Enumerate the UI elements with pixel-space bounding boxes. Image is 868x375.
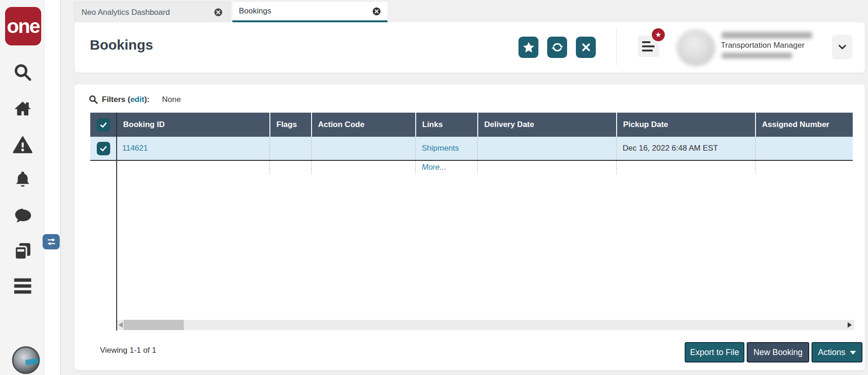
chat-icon — [13, 206, 32, 225]
shipments-link[interactable]: Shipments — [422, 144, 459, 153]
tab-close-button[interactable] — [214, 8, 223, 17]
tab-close-button[interactable] — [372, 7, 381, 16]
viewing-summary: Viewing 1-1 of 1 — [100, 346, 156, 355]
cell-links: Shipments — [415, 137, 477, 160]
bell-icon — [13, 170, 32, 189]
horizontal-scrollbar[interactable] — [117, 320, 854, 330]
sidebar-item-chat[interactable] — [0, 206, 45, 225]
check-icon — [99, 144, 108, 153]
filters-edit-link[interactable]: edit — [130, 95, 144, 104]
column-header-delivery-date[interactable]: Delivery Date — [477, 113, 616, 137]
booking-id-link[interactable]: 114621 — [122, 144, 148, 153]
sidebar-item-alerts[interactable] — [0, 135, 45, 155]
scroll-left-arrow[interactable] — [119, 322, 123, 328]
close-icon — [372, 7, 381, 16]
sidebar-item-notifications[interactable] — [0, 170, 45, 189]
pages-icon — [12, 241, 33, 261]
refresh-button[interactable] — [547, 37, 567, 58]
export-to-file-button[interactable]: Export to File — [685, 342, 744, 362]
tab-bookings[interactable]: Bookings — [232, 2, 387, 22]
filters-bar: Filters (edit): None — [88, 95, 181, 104]
chevron-down-icon — [850, 350, 856, 355]
tab-neo-analytics-dashboard[interactable]: Neo Analytics Dashboard — [75, 2, 230, 22]
tab-label: Neo Analytics Dashboard — [81, 8, 170, 17]
sidebar-item-pages[interactable] — [0, 241, 45, 261]
page-title: Bookings — [90, 37, 153, 53]
x-icon — [581, 42, 591, 52]
magnifier-icon — [88, 95, 98, 104]
notification-star-badge: ★ — [651, 27, 666, 42]
column-header-links[interactable]: Links — [415, 113, 477, 137]
filters-value: None — [162, 95, 181, 104]
cell-action-code — [311, 137, 415, 160]
header-divider — [616, 29, 617, 66]
sidebar-item-menu[interactable] — [0, 277, 45, 295]
actions-label: Actions — [818, 348, 845, 357]
star-icon — [523, 41, 535, 53]
row-checkbox[interactable] — [97, 142, 110, 155]
filters-label-suffix: ): — [144, 95, 150, 104]
column-header-flags[interactable]: Flags — [269, 113, 311, 137]
more-link[interactable]: More... — [422, 163, 446, 172]
cell-delivery-date — [477, 137, 616, 160]
search-icon — [13, 63, 32, 82]
column-header-booking-id[interactable]: Booking ID — [116, 113, 269, 137]
menu-icon — [642, 41, 650, 43]
table-more-row: More... — [90, 161, 853, 174]
filters-label: Filters ( — [102, 95, 130, 104]
table-header-row: Booking ID Flags Action Code Links Deliv… — [90, 113, 853, 137]
user-name-blurred — [722, 32, 812, 38]
refresh-icon — [551, 41, 563, 53]
tab-label: Bookings — [239, 6, 271, 16]
user-menu-toggle[interactable] — [832, 35, 852, 59]
user-profile-avatar[interactable] — [12, 346, 40, 374]
column-header-assigned-number[interactable]: Assigned Number — [755, 113, 853, 137]
actions-button[interactable]: Actions — [812, 342, 862, 362]
user-avatar-blurred — [676, 29, 715, 66]
cell-pickup-date: Dec 16, 2022 6:48 AM EST — [616, 137, 755, 160]
favorite-button[interactable] — [518, 37, 538, 58]
bookings-panel: Filters (edit): None Booking ID Flags Ac… — [75, 84, 865, 370]
sidebar-item-search[interactable] — [0, 63, 45, 82]
chevron-down-icon — [838, 44, 846, 50]
cell-booking-id: 114621 — [116, 137, 269, 160]
one-logo[interactable]: one — [5, 7, 41, 45]
user-role: Transportation Manager — [721, 41, 805, 50]
row-select-cell — [90, 137, 116, 160]
cell-flags — [269, 137, 311, 160]
home-icon — [13, 99, 32, 119]
star-glyph: ★ — [655, 31, 661, 39]
cell-assigned-number — [755, 137, 853, 160]
menu-icon — [12, 277, 33, 295]
user-org-blurred — [722, 53, 792, 58]
new-booking-button[interactable]: New Booking — [747, 342, 809, 362]
sidebar: one — [0, 0, 45, 375]
column-header-pickup-date[interactable]: Pickup Date — [616, 113, 755, 137]
close-page-button[interactable] — [576, 37, 596, 58]
table-row: 114621 Shipments Dec 16, 2022 6:48 AM ES… — [90, 137, 853, 161]
swap-toggle-badge[interactable] — [43, 234, 60, 249]
scrollbar-thumb[interactable] — [124, 320, 184, 330]
column-header-action-code[interactable]: Action Code — [311, 113, 415, 137]
swap-icon — [46, 238, 56, 246]
select-all-cell — [90, 113, 116, 137]
page-header: Bookings ★ Transportation Manager — [75, 22, 865, 73]
sidebar-item-home[interactable] — [0, 99, 45, 119]
close-icon — [214, 8, 223, 17]
warning-icon — [12, 135, 33, 155]
avatar-visor — [25, 358, 40, 366]
sidebar-gutter — [45, 0, 61, 375]
check-icon — [99, 121, 108, 129]
tab-bar: Neo Analytics Dashboard Bookings — [61, 0, 868, 22]
select-all-checkbox[interactable] — [97, 118, 110, 132]
frozen-column-divider — [116, 113, 117, 331]
scroll-right-arrow[interactable] — [848, 322, 852, 328]
